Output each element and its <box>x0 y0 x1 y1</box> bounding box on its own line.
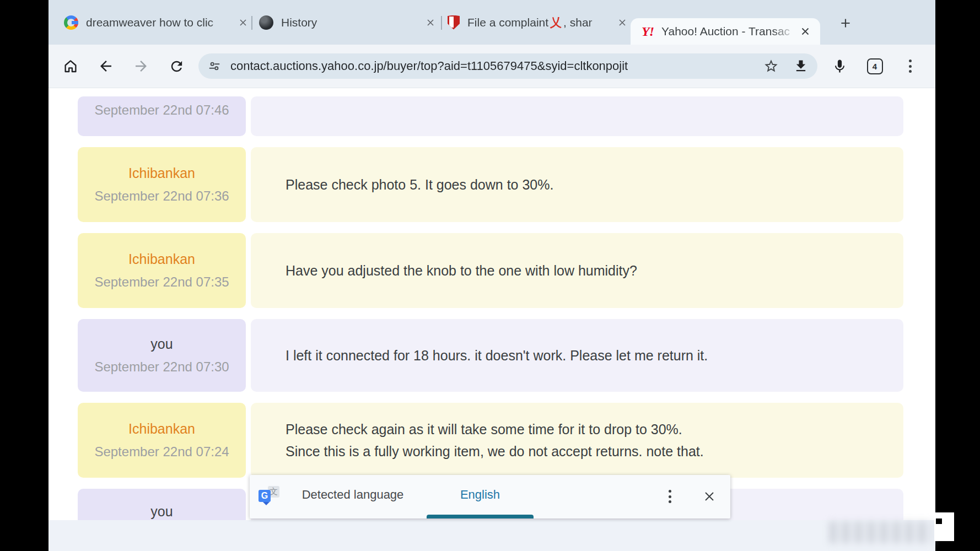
message-time: September 22nd 07:30 <box>94 359 229 375</box>
sender-cell: September 22nd 07:46 <box>78 96 246 136</box>
translate-source-tab[interactable]: Detected language <box>298 475 408 515</box>
sender-name: Ichibankan <box>128 165 195 181</box>
message-time: September 22nd 07:35 <box>94 274 229 290</box>
tab-title: Yahoo! Auction - Transac <box>661 25 797 38</box>
microphone-button[interactable] <box>822 51 857 82</box>
shield-favicon <box>448 15 460 30</box>
site-settings-icon[interactable] <box>207 59 222 73</box>
menu-kebab-button[interactable] <box>892 51 928 82</box>
sender-name: you <box>150 336 173 352</box>
page-bottom-strip <box>49 520 935 551</box>
tab-switcher-button[interactable]: 4 <box>857 51 892 82</box>
message-text: Have you adjusted the knob to the one wi… <box>286 260 903 282</box>
close-icon[interactable] <box>422 14 439 31</box>
tab-separator <box>251 16 252 30</box>
watermark-box <box>934 512 954 541</box>
tab-dreamweaver[interactable]: dreamweaver how to clic <box>64 0 251 45</box>
tab-file-complaint[interactable]: File a complaint乂, shar <box>448 0 631 45</box>
browser-window: dreamweaver how to clic History File a c… <box>49 0 935 551</box>
yahoo-favicon: Y! <box>642 24 654 39</box>
sender-cell: IchibankanSeptember 22nd 07:24 <box>78 403 246 478</box>
history-favicon <box>259 15 273 30</box>
url-bar[interactable]: contact.auctions.yahoo.co.jp/buyer/top?a… <box>198 53 817 79</box>
home-button[interactable] <box>53 51 88 82</box>
sender-name: you <box>150 504 173 520</box>
browser-toolbar: contact.auctions.yahoo.co.jp/buyer/top?a… <box>49 45 935 88</box>
close-icon[interactable] <box>614 14 631 31</box>
blurred-watermark <box>830 521 933 543</box>
message-body-cell: Have you adjusted the knob to the one wi… <box>251 233 903 308</box>
tab-title: History <box>281 16 422 29</box>
message-body-cell: I left it connected for 18 hours. it doe… <box>251 319 903 392</box>
sender-cell: youSeptember 22nd 07:30 <box>78 319 246 392</box>
url-text[interactable]: contact.auctions.yahoo.co.jp/buyer/top?a… <box>230 59 756 73</box>
bookmark-star-icon[interactable] <box>763 58 779 74</box>
tab-strip: dreamweaver how to clic History File a c… <box>49 0 935 45</box>
message-text: Please check photo 5. It goes down to 30… <box>286 174 903 196</box>
message-body-cell <box>251 96 903 136</box>
translate-options-kebab[interactable] <box>659 484 681 509</box>
message-text: I left it connected for 18 hours. it doe… <box>286 344 903 366</box>
forward-button[interactable] <box>123 51 159 82</box>
message-text: Please check again as it will take some … <box>286 418 903 440</box>
close-icon[interactable] <box>797 23 814 40</box>
close-icon[interactable] <box>235 14 251 31</box>
red-glyph: 乂 <box>548 16 563 29</box>
message-body-cell: Please check photo 5. It goes down to 30… <box>251 147 903 222</box>
sender-cell: IchibankanSeptember 22nd 07:36 <box>78 147 246 222</box>
tab-history[interactable]: History <box>259 0 439 45</box>
message-time: September 22nd 07:36 <box>94 188 229 204</box>
translate-target-tab[interactable]: English <box>430 475 530 515</box>
translate-close-icon[interactable] <box>697 484 721 509</box>
download-icon[interactable] <box>793 58 809 74</box>
back-button[interactable] <box>88 51 123 82</box>
tab-title: File a complaint乂, shar <box>467 15 614 30</box>
google-favicon <box>64 15 78 30</box>
message-time: September 22nd 07:24 <box>94 444 229 460</box>
translate-bar: 文 G Detected language English <box>250 475 730 518</box>
message-body-cell: Please check again as it will take some … <box>251 403 903 478</box>
message-text: Since this is a fully working item, we d… <box>286 440 903 462</box>
sender-name: Ichibankan <box>128 251 195 267</box>
sender-cell: IchibankanSeptember 22nd 07:35 <box>78 233 246 308</box>
translate-active-underline <box>427 515 534 518</box>
message-time: September 22nd 07:46 <box>94 102 229 118</box>
tab-separator <box>441 16 442 30</box>
sender-name: Ichibankan <box>128 421 195 437</box>
tab-title: dreamweaver how to clic <box>86 16 235 29</box>
tab-count: 4 <box>867 58 883 74</box>
google-translate-icon: 文 G <box>259 486 281 507</box>
new-tab-button[interactable] <box>836 13 855 33</box>
tab-yahoo-auction-active[interactable]: Y! Yahoo! Auction - Transac <box>631 18 820 45</box>
reload-button[interactable] <box>159 51 194 82</box>
